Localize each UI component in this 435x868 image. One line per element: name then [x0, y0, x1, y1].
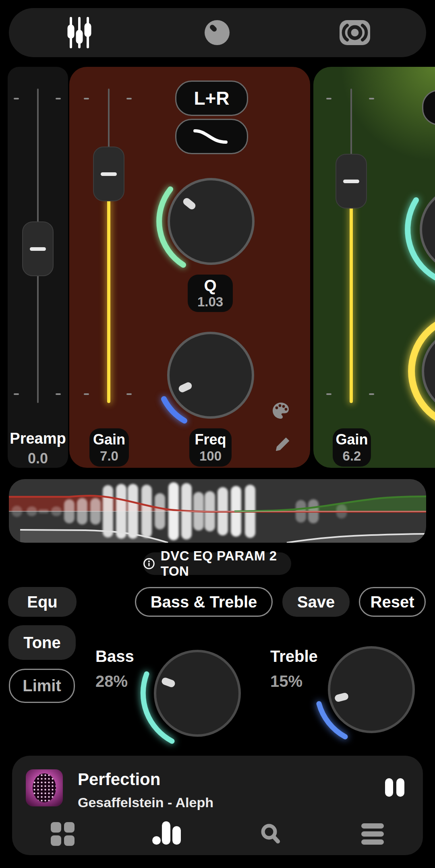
tone-button-label: Tone	[23, 634, 61, 652]
band2-slider-value-line	[350, 206, 353, 403]
info-icon	[143, 557, 155, 570]
save-button-label: Save	[297, 593, 335, 611]
preset-name: DVC EQ PARAM 2 TON	[161, 548, 291, 579]
preamp-label: Preamp	[8, 430, 68, 447]
tick	[369, 393, 374, 395]
tick	[56, 98, 61, 99]
palette-icon[interactable]	[271, 401, 290, 420]
band2-gain-readout[interactable]: Gain 6.2	[333, 428, 371, 467]
tab-output[interactable]	[315, 8, 395, 57]
tick	[56, 393, 61, 395]
nav-equalizer-button[interactable]	[151, 821, 183, 845]
lowpass-curve-icon	[188, 124, 236, 149]
q-label: Q	[204, 278, 216, 293]
freq-label: Freq	[195, 432, 226, 447]
tick	[84, 98, 89, 99]
frequency-response-view[interactable]	[9, 479, 426, 543]
grid-icon	[51, 835, 61, 846]
preset-name-button[interactable]: DVC EQ PARAM 2 TON	[143, 552, 291, 575]
eq-bars-icon	[172, 826, 181, 845]
reset-button[interactable]: Reset	[359, 587, 426, 617]
band1-freq-readout[interactable]: Freq 100	[189, 428, 232, 467]
q-value: 1.03	[197, 295, 223, 308]
nav-library-button[interactable]	[51, 822, 75, 846]
limit-button[interactable]: Limit	[9, 669, 75, 703]
equ-button-label: Equ	[27, 593, 58, 611]
band1-gain-readout[interactable]: Gain 7.0	[89, 428, 129, 467]
band1-q-knob[interactable]	[147, 157, 276, 286]
band2-q-knob[interactable]	[399, 165, 435, 294]
limit-button-label: Limit	[23, 677, 61, 695]
reset-button-label: Reset	[371, 593, 414, 611]
gain-label: Gain	[93, 432, 125, 447]
menu-icon	[361, 831, 384, 837]
tick	[14, 98, 19, 99]
eq-band2-panel: Gain 6.2	[313, 67, 435, 468]
treble-knob[interactable]	[307, 625, 435, 754]
bass-knob[interactable]	[133, 629, 262, 758]
album-art[interactable]	[26, 769, 63, 806]
tick	[14, 393, 19, 395]
gain-value: 6.2	[343, 449, 361, 463]
tick	[326, 98, 331, 99]
tick	[84, 393, 89, 395]
gain-label: Gain	[336, 432, 368, 447]
band1-q-readout[interactable]: Q 1.03	[188, 275, 233, 312]
grid-icon	[64, 835, 75, 846]
top-toolbar	[9, 8, 426, 57]
menu-icon	[361, 823, 384, 829]
grid-icon	[64, 822, 75, 833]
panel-glow	[318, 67, 435, 163]
band2-freq-knob[interactable]	[401, 307, 435, 436]
knob-icon	[205, 20, 230, 45]
sliders-icon	[61, 14, 97, 51]
track-artist-album: Gesaffelstein - Aleph	[78, 794, 213, 810]
pencil-icon[interactable]	[273, 436, 291, 454]
treble-value: 15%	[270, 672, 302, 690]
album-art-discoball	[33, 773, 56, 802]
tick	[126, 393, 132, 395]
eq-bars-icon	[162, 821, 170, 845]
eq-band1-panel: L+R Q 1.03	[69, 67, 310, 468]
freq-value: 100	[199, 449, 222, 463]
band2-gain-slider-handle[interactable]	[336, 154, 367, 209]
bass-treble-button-label: Bass & Treble	[151, 593, 257, 611]
band1-channel-label: L+R	[194, 87, 229, 109]
save-button[interactable]: Save	[282, 587, 350, 617]
tick	[326, 393, 331, 395]
band1-freq-knob[interactable]	[146, 311, 275, 440]
bass-label: Bass	[95, 647, 134, 665]
pause-button[interactable]	[385, 778, 416, 797]
tab-equalizer[interactable]	[39, 8, 120, 57]
bass-treble-button[interactable]: Bass & Treble	[135, 587, 273, 617]
tab-volume-knob[interactable]	[177, 8, 257, 57]
preamp-value: 0.0	[8, 450, 68, 467]
bass-value: 28%	[95, 672, 128, 690]
pause-icon	[396, 778, 404, 797]
mini-player[interactable]: Perfection Gesaffelstein - Aleph	[12, 756, 423, 855]
eq-bars-icon	[152, 836, 161, 845]
nav-menu-button[interactable]	[361, 823, 384, 845]
tick	[126, 98, 132, 99]
track-title: Perfection	[78, 770, 160, 789]
pause-icon	[385, 778, 393, 797]
tone-button[interactable]: Tone	[8, 625, 76, 660]
band1-filter-type-button[interactable]	[175, 119, 248, 154]
menu-icon	[361, 839, 384, 845]
band1-slider-value-line	[107, 199, 110, 403]
equ-button[interactable]: Equ	[8, 587, 77, 617]
band1-gain-slider-handle[interactable]	[93, 147, 124, 201]
grid-icon	[51, 822, 61, 833]
nav-search-button[interactable]	[258, 821, 284, 848]
speaker-icon	[335, 16, 375, 49]
preamp-panel: Preamp 0.0	[8, 67, 68, 468]
preamp-slider-handle[interactable]	[22, 221, 54, 276]
band1-channel-button[interactable]: L+R	[175, 81, 248, 116]
tick	[369, 98, 374, 99]
gain-value: 7.0	[100, 449, 118, 463]
screen: Preamp 0.0 L+R Q 1.03	[0, 0, 435, 868]
response-lines	[9, 479, 426, 543]
